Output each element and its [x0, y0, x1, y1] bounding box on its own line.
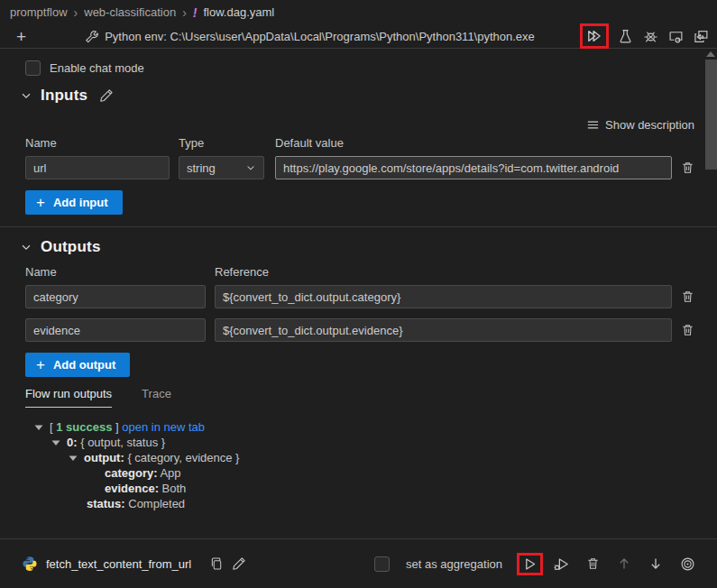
wrench-icon — [85, 30, 98, 43]
tree-value: { output, status } — [78, 435, 166, 450]
scrollbar[interactable] — [704, 51, 717, 537]
python-icon — [22, 556, 38, 572]
tree-key: output: — [84, 450, 124, 465]
inputs-col-default: Default value — [275, 136, 344, 150]
inputs-title: Inputs — [41, 87, 87, 105]
editor-toolbar: + Python env: C:\Users\user\AppData\Loca… — [0, 24, 717, 49]
outputs-col-reference: Reference — [215, 265, 269, 279]
run-status-badge: 1 success — [56, 419, 112, 435]
output-name-field[interactable]: category — [25, 285, 206, 308]
bracket: ] — [112, 419, 122, 435]
add-input-button[interactable]: + Add input — [25, 190, 123, 215]
flow-form: Enable chat mode Inputs Show description… — [0, 60, 717, 511]
pencil-icon[interactable] — [232, 556, 246, 571]
scrollbar-thumb[interactable] — [705, 60, 717, 170]
copy-icon[interactable] — [210, 556, 224, 571]
target-icon[interactable] — [680, 556, 695, 572]
output-name-field[interactable]: evidence — [25, 318, 206, 342]
inputs-section-header: Inputs — [25, 87, 694, 105]
inputs-col-name: Name — [25, 136, 179, 150]
show-description-label: Show description — [605, 118, 694, 132]
chevron-down-icon[interactable] — [51, 438, 60, 447]
outputs-col-name: Name — [25, 265, 215, 279]
tree-output-row[interactable]: output: { category, evidence } — [25, 450, 694, 465]
open-in-new-tab-link[interactable]: open in new tab — [122, 419, 205, 435]
trash-icon[interactable] — [681, 323, 694, 337]
tree-key: category: — [105, 465, 158, 481]
plus-icon: + — [36, 194, 45, 212]
add-output-label: Add output — [53, 358, 115, 372]
breadcrumb: promptflow › web-classification › ! flow… — [0, 0, 717, 24]
tree-key: evidence: — [105, 481, 159, 496]
outputs-title: Outputs — [41, 238, 101, 256]
run-all-icon[interactable] — [585, 27, 603, 45]
preview-icon[interactable] — [667, 28, 685, 45]
chevron-down-icon — [245, 162, 256, 173]
toolbar-actions — [580, 23, 710, 49]
node-actions: set as aggregation — [374, 553, 695, 575]
breadcrumb-item-file[interactable]: flow.dag.yaml — [203, 5, 274, 19]
tree-root-row[interactable]: [ 1 success ] open in new tab — [25, 419, 694, 435]
tree-key: 0: — [67, 435, 78, 450]
inputs-col-type: Type — [179, 136, 275, 150]
plus-icon[interactable]: + — [16, 28, 40, 45]
input-default-field[interactable]: https://play.google.com/store/apps/detai… — [275, 156, 672, 179]
breadcrumb-item-promptflow[interactable]: promptflow — [10, 5, 68, 19]
arrow-down-icon[interactable] — [648, 556, 663, 571]
tree-value: Completed — [125, 496, 185, 511]
python-env-selector[interactable]: Python env: C:\Users\user\AppData\Local\… — [40, 30, 580, 43]
output-row-evidence: evidence ${convert_to_dict.output.eviden… — [25, 318, 694, 342]
chevron-down-icon[interactable] — [20, 89, 32, 102]
split-editor-icon[interactable] — [693, 28, 710, 45]
scroll-up-icon[interactable] — [706, 51, 715, 57]
outputs-section-header: Outputs — [25, 238, 694, 256]
tree-item-row[interactable]: 0: { output, status } — [25, 435, 694, 450]
tab-flow-run-outputs[interactable]: Flow run outputs — [25, 387, 112, 408]
tree-key: status: — [87, 496, 125, 511]
aggregation-label: set as aggregation — [406, 557, 502, 571]
breadcrumb-separator-icon: › — [182, 5, 187, 20]
input-type-value: string — [187, 161, 216, 175]
debug-alt-icon[interactable] — [554, 556, 569, 572]
tree-category-row: category: App — [25, 465, 694, 481]
output-reference-field[interactable]: ${convert_to_dict.output.evidence} — [215, 318, 672, 342]
trash-icon[interactable] — [586, 556, 600, 571]
tab-trace[interactable]: Trace — [142, 387, 171, 408]
plus-icon: + — [36, 356, 45, 374]
results-tabs: Flow run outputs Trace — [25, 387, 694, 408]
python-env-label: Python env: C:\Users\user\AppData\Local\… — [105, 30, 535, 43]
breadcrumb-item-web-classification[interactable]: web-classification — [84, 5, 176, 19]
beaker-icon[interactable] — [617, 28, 634, 45]
input-type-select[interactable]: string — [179, 156, 264, 179]
add-output-button[interactable]: + Add output — [25, 353, 130, 377]
inputs-table-header: Name Type Default value — [25, 136, 694, 150]
output-row-category: category ${convert_to_dict.output.catego… — [25, 285, 694, 308]
play-icon[interactable] — [522, 556, 538, 572]
tree-value: Both — [159, 481, 186, 496]
section-divider — [0, 226, 717, 227]
chevron-down-icon[interactable] — [34, 423, 43, 432]
aggregation-checkbox[interactable] — [374, 556, 390, 572]
trash-icon[interactable] — [681, 161, 694, 175]
output-reference-field[interactable]: ${convert_to_dict.output.category} — [215, 285, 672, 308]
input-name-field[interactable]: url — [25, 156, 170, 179]
breadcrumb-separator-icon: › — [74, 5, 78, 20]
chevron-down-icon[interactable] — [69, 454, 78, 463]
bug-icon[interactable] — [642, 28, 659, 45]
trash-icon[interactable] — [681, 289, 694, 304]
add-input-label: Add input — [53, 196, 108, 209]
chevron-down-icon[interactable] — [20, 241, 32, 253]
tree-value: { category, evidence } — [124, 450, 240, 465]
input-row-url: url string https://play.google.com/store… — [25, 156, 694, 179]
run-highlight-box — [580, 23, 609, 49]
arrow-up-icon[interactable] — [617, 556, 631, 571]
node-toolbar: fetch_text_content_from_url set as aggre… — [0, 538, 717, 588]
chat-mode-checkbox[interactable] — [25, 60, 41, 76]
chat-mode-row: Enable chat mode — [25, 60, 694, 76]
show-description-toggle[interactable]: Show description — [25, 118, 694, 132]
node-name-label: fetch_text_content_from_url — [46, 557, 191, 571]
tree-evidence-row: evidence: Both — [25, 481, 694, 496]
pencil-icon[interactable] — [99, 88, 114, 103]
bracket: [ — [50, 419, 56, 435]
run-node-highlight-box — [517, 553, 543, 575]
